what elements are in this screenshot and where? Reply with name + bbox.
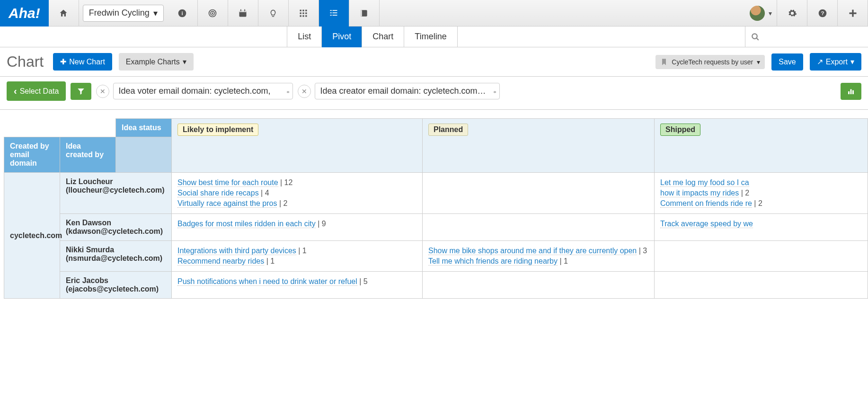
saved-view-selector[interactable]: CycleTech requests by user ▾ — [655, 55, 765, 69]
help-icon[interactable]: ? — [807, 0, 838, 27]
svg-rect-10 — [303, 9, 304, 11]
vote-count: | 1 — [296, 247, 307, 255]
pivot-cell: Show me bike shops around me and if they… — [423, 241, 655, 272]
avatar — [750, 6, 765, 21]
idea-link[interactable]: Show best time for each route — [177, 178, 278, 187]
idea-link[interactable]: Tell me which friends are riding nearby — [428, 257, 558, 266]
caret-down-icon: ▾ — [183, 57, 186, 66]
svg-rect-19 — [330, 12, 332, 13]
calendar-icon[interactable] — [228, 0, 258, 27]
pivot-cell: Show best time for each route | 12Social… — [172, 173, 423, 214]
new-chart-button[interactable]: ✚New Chart — [53, 53, 112, 71]
svg-line-30 — [756, 38, 759, 40]
chevron-left-icon: ‹ — [14, 86, 17, 97]
reports-icon[interactable] — [319, 0, 349, 27]
filter-pill: ✕ Idea voter email domain: cycletech.com… — [96, 83, 293, 99]
svg-rect-21 — [333, 10, 337, 11]
svg-rect-6 — [239, 10, 247, 12]
vote-count: | 2 — [752, 199, 762, 207]
idea-link[interactable]: Let me log my food so I ca — [660, 178, 749, 187]
product-selector[interactable]: Fredwin Cycling▾ — [83, 5, 164, 22]
plus-icon: ✚ — [60, 57, 66, 66]
target-icon[interactable] — [198, 0, 228, 27]
idea-link[interactable]: Integrations with third party devices — [177, 247, 296, 255]
idea-link[interactable]: Social share ride recaps — [177, 189, 259, 197]
creator-cell: Ken Dawson (kdawson@cycletech.com) — [60, 214, 172, 241]
svg-rect-15 — [300, 15, 301, 17]
svg-rect-18 — [330, 10, 332, 11]
idea-link[interactable]: how it impacts my rides — [660, 189, 739, 197]
gear-icon[interactable] — [777, 0, 807, 27]
idea-link[interactable]: Track average speed by we — [660, 220, 753, 228]
pivot-cell — [423, 214, 655, 241]
export-label: Export — [826, 58, 848, 66]
filter-pill: ✕ Idea creator email domain: cycletech.c… — [298, 83, 499, 99]
product-name: Fredwin Cycling — [89, 8, 150, 18]
idea-link[interactable]: Badges for most miles ridden in each cit… — [177, 220, 316, 228]
search-input[interactable] — [745, 27, 868, 47]
svg-rect-16 — [303, 15, 304, 17]
home-icon[interactable] — [49, 0, 79, 27]
tab-timeline[interactable]: Timeline — [404, 27, 457, 47]
idea-link[interactable]: Virtually race against the pros — [177, 199, 277, 208]
svg-text:?: ? — [821, 10, 824, 16]
new-chart-label: New Chart — [69, 58, 105, 66]
vote-count: | 12 — [278, 178, 293, 186]
save-button[interactable]: Save — [771, 53, 803, 71]
idea-link[interactable]: Recommend nearby rides — [177, 257, 264, 266]
top-nav: Aha! Fredwin Cycling▾ i ▾ ? — [0, 0, 868, 27]
plus-icon[interactable] — [838, 0, 868, 27]
svg-rect-11 — [305, 9, 307, 11]
idea-link[interactable]: Comment on friends ride re — [660, 199, 752, 208]
user-menu[interactable]: ▾ — [744, 0, 777, 27]
status-chip: Planned — [428, 124, 468, 136]
svg-rect-13 — [303, 12, 304, 14]
vote-count: | 2 — [739, 189, 749, 197]
filter-select[interactable]: Idea voter email domain: cycletech.com, — [113, 83, 293, 99]
svg-rect-22 — [333, 12, 337, 13]
export-button[interactable]: ↗Export▾ — [810, 53, 861, 71]
chart-view-button[interactable] — [841, 83, 861, 100]
creator-cell: Nikki Smurda (nsmurda@cycletech.com) — [60, 241, 172, 272]
svg-rect-14 — [305, 12, 307, 14]
idea-link[interactable]: Push notifications when i need to drink … — [177, 277, 357, 286]
tab-pivot[interactable]: Pivot — [321, 27, 362, 47]
select-data-label: Select Data — [20, 87, 59, 96]
filter-icon-button[interactable] — [71, 83, 91, 100]
status-chip: Likely to implement — [177, 124, 258, 136]
svg-point-4 — [212, 13, 213, 14]
svg-text:i: i — [182, 10, 183, 16]
tab-chart[interactable]: Chart — [362, 27, 404, 47]
example-charts-label: Example Charts — [126, 58, 180, 66]
pivot-cell — [423, 272, 655, 299]
notebook-icon[interactable] — [349, 0, 380, 27]
pivot-cell — [423, 173, 655, 214]
svg-rect-8 — [245, 9, 246, 11]
logo[interactable]: Aha! — [0, 0, 49, 27]
status-chip: Shipped — [660, 124, 700, 136]
svg-point-29 — [752, 34, 757, 39]
filter-select[interactable]: Idea creator email domain: cycletech.com… — [315, 83, 499, 99]
svg-rect-31 — [848, 91, 850, 94]
lightbulb-icon[interactable] — [258, 0, 289, 27]
info-icon[interactable]: i — [168, 0, 198, 27]
caret-down-icon: ▾ — [850, 57, 854, 66]
creator-cell: Eric Jacobs (ejacobs@cycletech.com) — [60, 272, 172, 299]
remove-filter-icon[interactable]: ✕ — [96, 85, 109, 98]
bar-chart-icon — [847, 87, 855, 96]
idea-link[interactable]: Show me bike shops around me and if they… — [428, 247, 637, 255]
tab-list[interactable]: List — [287, 27, 322, 47]
col-group-header: Idea status — [116, 119, 172, 137]
status-col-header: Likely to implement — [172, 119, 423, 173]
select-data-button[interactable]: ‹Select Data — [7, 81, 66, 101]
status-col-header: Shipped — [655, 119, 868, 173]
svg-rect-17 — [305, 15, 307, 17]
example-charts-button[interactable]: Example Charts▾ — [119, 53, 194, 71]
svg-rect-32 — [850, 89, 852, 94]
domain-cell: cycletech.com — [4, 173, 60, 299]
vote-count: | 4 — [259, 189, 269, 197]
grid-icon[interactable] — [289, 0, 319, 27]
saved-view-name: CycleTech requests by user — [672, 58, 753, 66]
remove-filter-icon[interactable]: ✕ — [298, 85, 311, 98]
pivot-table: Idea status Likely to implement Planned … — [4, 118, 868, 299]
